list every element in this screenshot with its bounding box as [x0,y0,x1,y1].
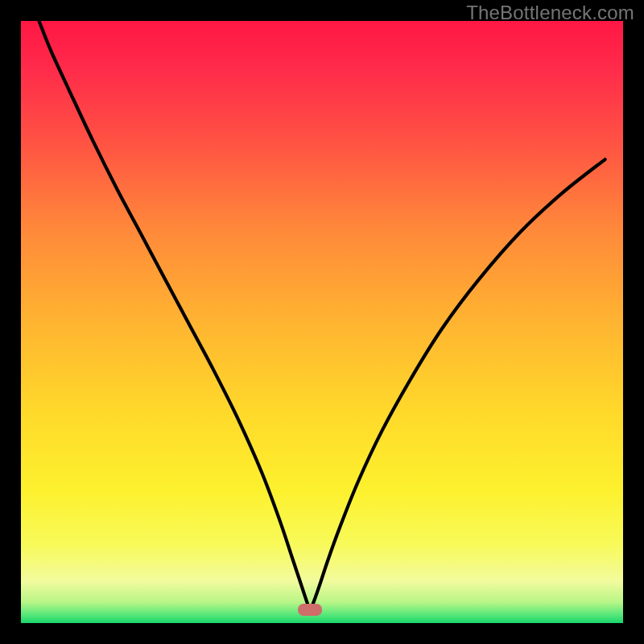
bottleneck-chart: TheBottleneck.com [0,0,644,644]
chart-canvas [0,0,644,644]
plot-background [21,21,623,623]
minimum-marker [298,604,322,616]
watermark-text: TheBottleneck.com [466,2,634,24]
